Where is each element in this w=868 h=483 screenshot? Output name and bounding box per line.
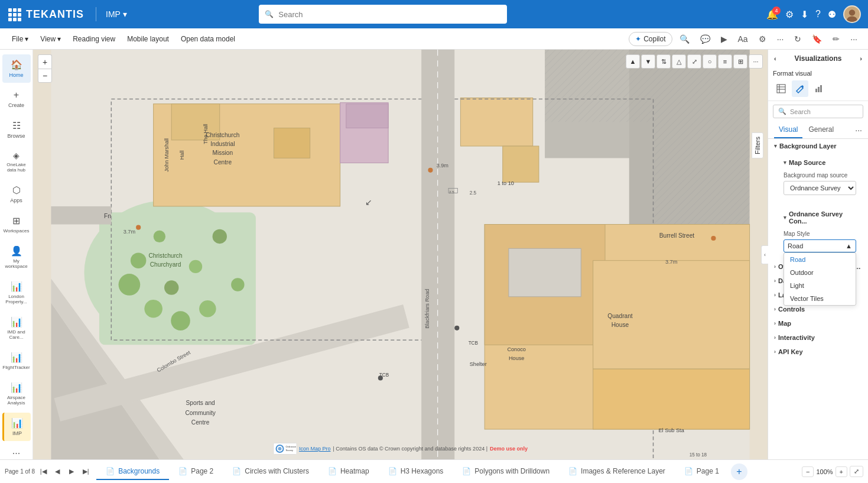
panel-prev-icon[interactable]: ‹ — [774, 55, 776, 62]
svg-text:2.5: 2.5 — [449, 190, 454, 194]
map-style-select[interactable]: Road ▲ — [784, 239, 856, 252]
sidebar-item-onelake[interactable]: ◈ OneLake data hub — [2, 146, 31, 177]
workspace-selector[interactable]: IMP ▾ — [106, 9, 127, 19]
tab-general[interactable]: General — [804, 122, 838, 138]
background-layer-section: ▾ Background Layer ▾ Map Source Backgrou… — [768, 139, 868, 260]
reading-view-btn[interactable]: Reading view — [68, 33, 120, 46]
api-key-section: › API Key — [768, 345, 868, 359]
map-source-header[interactable]: ▾ Map Source — [774, 155, 862, 170]
edit-icon[interactable]: ✏ — [829, 32, 843, 46]
comment-icon[interactable]: 💬 — [697, 32, 714, 46]
api-key-header[interactable]: › API Key — [768, 345, 868, 359]
settings-ribbon-icon[interactable]: ⚙ — [755, 32, 770, 46]
map-tool-down[interactable]: ▼ — [641, 54, 655, 69]
sidebar-item-airspace[interactable]: 📊 Airspace Analysis — [2, 377, 31, 410]
copilot-button[interactable]: ✦ Copilot — [629, 32, 672, 46]
zoom-out-button[interactable]: − — [38, 69, 52, 83]
svg-rect-29 — [503, 146, 539, 182]
global-search-bar[interactable]: 🔍 — [259, 5, 507, 24]
map-tool-grid[interactable]: ⊞ — [733, 54, 747, 69]
page-tab-polygons[interactable]: 📄 Polygons with Drilldown — [453, 463, 559, 480]
panel-collapse-button[interactable]: ‹ — [761, 245, 768, 264]
page-nav-prev-prev[interactable]: |◀ — [37, 466, 49, 478]
global-search-input[interactable] — [278, 10, 501, 19]
format-icon[interactable]: Aa — [734, 32, 752, 46]
map-tool-reset[interactable]: △ — [672, 54, 686, 69]
search-ribbon-icon[interactable]: 🔍 — [676, 32, 693, 46]
page-tab-images[interactable]: 📄 Images & Reference Layer — [559, 463, 675, 480]
pencil-format-icon[interactable] — [792, 80, 808, 97]
map-tool-circle[interactable]: ○ — [703, 54, 717, 69]
map-tool-lines[interactable]: ≡ — [718, 54, 732, 69]
page-tab-circles[interactable]: 📄 Circles with Clusters — [223, 463, 318, 480]
sidebar-item-imd[interactable]: 📊 IMD and Care... — [2, 312, 31, 345]
map-style-light[interactable]: Light — [784, 279, 856, 292]
sidebar-item-imp[interactable]: 📊 IMP — [2, 413, 31, 441]
page-tab-backgrounds[interactable]: 📄 Backgrounds — [96, 463, 169, 480]
page-nav-next-next[interactable]: ▶| — [80, 466, 92, 478]
bg-map-source-select[interactable]: Ordnance Survey OpenStreetMap Mapbox — [784, 181, 856, 195]
sidebar-item-flight[interactable]: 📊 FlightTracker — [2, 347, 31, 375]
page-nav-next[interactable]: ▶ — [66, 466, 77, 478]
fit-page-btn[interactable]: ⤢ — [850, 466, 863, 477]
avatar[interactable] — [843, 5, 861, 23]
sidebar-item-browse[interactable]: ☷ Browse — [2, 115, 31, 144]
bookmark-icon[interactable]: 🔖 — [808, 32, 825, 46]
zoom-in-button[interactable]: + — [38, 54, 52, 69]
page-tab-page1[interactable]: 📄 Page 1 — [675, 463, 729, 480]
download-icon[interactable]: ⬇ — [801, 9, 808, 20]
apps-grid-icon[interactable] — [7, 7, 21, 21]
map-tool-select[interactable]: ⤢ — [687, 54, 701, 69]
panel-next-icon[interactable]: › — [860, 55, 862, 62]
sidebar-item-workspaces[interactable]: ⊞ Workspaces — [2, 210, 31, 238]
add-tab-button[interactable]: + — [731, 463, 747, 480]
svg-text:Christchurch: Christchurch — [206, 132, 239, 138]
map-header[interactable]: › Map — [768, 316, 868, 330]
file-menu[interactable]: File ▾ — [7, 33, 33, 46]
zoom-out-btn[interactable]: − — [802, 466, 814, 477]
page-tab-h3[interactable]: 📄 H3 Hexagons — [379, 463, 453, 480]
sidebar-item-apps[interactable]: ⬡ Apps — [2, 180, 31, 208]
refresh-icon[interactable]: ↻ — [791, 32, 805, 46]
sidebar-item-create[interactable]: + Create — [2, 85, 31, 113]
view-menu[interactable]: View ▾ — [35, 33, 66, 46]
table-format-icon[interactable] — [773, 80, 789, 97]
map-tool-more[interactable]: ··· — [749, 54, 763, 69]
panel-tab-more-icon[interactable]: ··· — [855, 125, 862, 135]
more-ribbon-icon[interactable]: ··· — [847, 32, 861, 46]
page-tab-heatmap[interactable]: 📄 Heatmap — [318, 463, 379, 480]
map-style-content: Map Style Road ▲ Road Outdoor Light — [774, 228, 862, 255]
help-icon[interactable]: ? — [815, 9, 821, 20]
sidebar-item-my-workspace[interactable]: 👤 My workspace — [2, 241, 31, 274]
svg-text:Survey: Survey — [285, 449, 292, 452]
tab-visual[interactable]: Visual — [774, 122, 802, 138]
share-icon[interactable]: ⚉ — [828, 9, 836, 20]
ordnance-survey-header[interactable]: ▾ Ordnance Survey Con... — [774, 207, 862, 228]
map-container[interactable]: + − ▲ ▼ ⇅ △ ⤢ ○ ≡ ⊞ ··· — [33, 50, 768, 459]
sidebar-item-london[interactable]: 📊 London Property... — [2, 276, 31, 309]
filters-tab[interactable]: Filters — [752, 132, 763, 158]
panel-search[interactable]: 🔍 Search — [773, 105, 863, 118]
page-nav-prev[interactable]: ◀ — [51, 466, 63, 478]
sidebar-item-more[interactable]: ··· — [2, 443, 31, 463]
interactivity-header[interactable]: › Interactivity — [768, 330, 868, 345]
mobile-layout-btn[interactable]: Mobile layout — [122, 33, 174, 46]
more-icon[interactable]: ··· — [773, 32, 788, 46]
settings-icon[interactable]: ⚙ — [785, 9, 794, 20]
svg-text:Shelter: Shelter — [470, 361, 487, 367]
analytics-format-icon[interactable] — [811, 80, 827, 97]
present-icon[interactable]: ▶ — [717, 32, 731, 46]
zoom-in-btn[interactable]: + — [836, 466, 847, 477]
map-style-outdoor[interactable]: Outdoor — [784, 266, 856, 279]
map-style-road[interactable]: Road — [784, 253, 856, 266]
sidebar-item-home[interactable]: 🏠 Home — [2, 54, 31, 83]
ribbon-bar: File ▾ View ▾ Reading view Mobile layout… — [0, 28, 868, 50]
map-style-vector-tiles[interactable]: Vector Tiles — [784, 292, 856, 305]
map-tool-up[interactable]: ▲ — [626, 54, 640, 69]
notification-bell-icon[interactable]: 🔔 4 — [766, 9, 778, 20]
map-tool-updown[interactable]: ⇅ — [656, 54, 671, 69]
open-data-model-btn[interactable]: Open data model — [176, 33, 240, 46]
page-tab-page2[interactable]: 📄 Page 2 — [169, 463, 223, 480]
background-layer-header[interactable]: ▾ Background Layer — [768, 139, 868, 153]
icon-map-pro-link[interactable]: Icon Map Pro — [299, 446, 331, 452]
